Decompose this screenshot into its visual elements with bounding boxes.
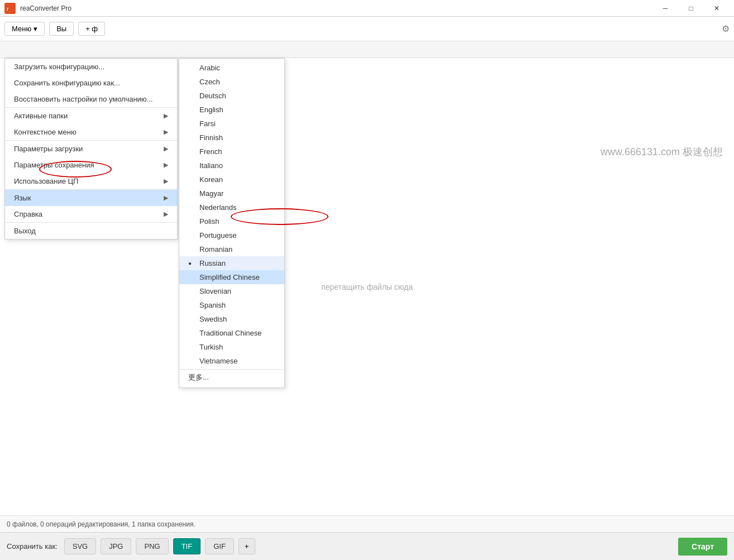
lang-item-traditional-chinese[interactable]: Traditional Chinese	[179, 326, 284, 340]
add-folder-button[interactable]: + ф	[78, 22, 105, 36]
lang-bullet-14: ●	[188, 260, 195, 266]
lang-item-nederlands[interactable]: Nederlands	[179, 200, 284, 214]
menu-load-params[interactable]: Параметры загрузки ▶	[5, 141, 177, 157]
menu-help[interactable]: Справка ▶	[5, 206, 177, 223]
lang-item-arabic[interactable]: Arabic	[179, 61, 284, 75]
arrow-icon: ▶	[164, 128, 168, 136]
lang-item-korean[interactable]: Korean	[179, 173, 284, 186]
lang-item-deutsch[interactable]: Deutsch	[179, 89, 284, 103]
menu-save-config[interactable]: Сохранить конфигурацию как...	[5, 75, 177, 91]
arrow-icon: ▶	[164, 161, 168, 169]
minimize-button[interactable]: ─	[652, 0, 678, 17]
lang-label-14: Russian	[199, 259, 226, 267]
lang-item-slovenian[interactable]: Slovenian	[179, 284, 284, 298]
settings-icon[interactable]: ⚙	[722, 23, 730, 34]
arrow-icon: ▶	[164, 112, 168, 119]
arrow-icon: ▶	[164, 178, 168, 185]
menu-context-menu[interactable]: Контекстное меню ▶	[5, 124, 177, 141]
add-folder-label: + ф	[85, 25, 98, 33]
lang-label-20: Turkish	[199, 343, 223, 351]
lang-item-portuguese[interactable]: Portuguese	[179, 228, 284, 242]
lang-label-2: Deutsch	[199, 92, 226, 100]
close-button[interactable]: ✕	[704, 0, 730, 17]
lang-label-19: Traditional Chinese	[199, 329, 262, 337]
lang-label-9: Magyar	[199, 189, 223, 198]
app-icon: r	[4, 3, 16, 14]
toolbar: Меню ▾ Вы + ф ⚙	[0, 17, 734, 41]
lang-label-12: Portuguese	[199, 231, 237, 240]
lang-item-french[interactable]: French	[179, 145, 284, 159]
arrow-icon: ▶	[164, 194, 168, 202]
menu-save-params[interactable]: Параметры сохранения ▶	[5, 157, 177, 173]
statusbar: 0 файлов, 0 операций редактирования, 1 п…	[0, 515, 734, 532]
menu-cpu-usage[interactable]: Использование ЦП ▶	[5, 173, 177, 190]
lang-item-finnish[interactable]: Finnish	[179, 131, 284, 145]
menu-language[interactable]: Язык ▶	[5, 190, 177, 206]
app-title: reaConverter Pro	[20, 4, 652, 12]
lang-label-15: Simplified Chinese	[199, 273, 260, 281]
start-button[interactable]: Старт	[678, 538, 727, 556]
lang-label-6: French	[199, 147, 222, 156]
lang-label-8: Korean	[199, 175, 223, 184]
lang-label-18: Swedish	[199, 315, 227, 323]
menu-button[interactable]: Меню ▾	[4, 22, 45, 36]
svg-text:r: r	[7, 6, 9, 12]
lang-more-button[interactable]: 更多...	[179, 369, 284, 385]
status-text: 0 файлов, 0 операций редактирования, 1 п…	[7, 520, 196, 528]
lang-item-swedish[interactable]: Swedish	[179, 312, 284, 326]
lang-label-0: Arabic	[199, 64, 220, 72]
bottombar: Сохранить как: SVG JPG PNG TIF GIF + Ста…	[0, 532, 734, 560]
lang-label-5: Finnish	[199, 133, 223, 142]
maximize-button[interactable]: □	[678, 0, 704, 17]
lang-item-english[interactable]: English	[179, 103, 284, 117]
lang-item-spanish[interactable]: Spanish	[179, 298, 284, 312]
arrow-icon: ▶	[164, 145, 168, 152]
format-jpg-button[interactable]: JPG	[101, 538, 131, 554]
lang-label-17: Spanish	[199, 301, 226, 309]
titlebar: r reaConverter Pro ─ □ ✕	[0, 0, 734, 17]
format-tif-button[interactable]: TIF	[173, 538, 201, 554]
lang-item-simplified-chinese[interactable]: Simplified Chinese	[179, 270, 284, 284]
lang-item-romanian[interactable]: Romanian	[179, 242, 284, 256]
menu-exit[interactable]: Выход	[5, 223, 177, 239]
lang-item-magyar[interactable]: Magyar	[179, 186, 284, 200]
format-gif-button[interactable]: GIF	[205, 538, 234, 554]
lang-item-czech[interactable]: Czech	[179, 75, 284, 89]
window-controls: ─ □ ✕	[652, 0, 730, 17]
lang-item-polish[interactable]: Polish	[179, 214, 284, 228]
tab-area	[0, 41, 734, 58]
lang-item-italiano[interactable]: Italiano	[179, 159, 284, 173]
lang-label-11: Polish	[199, 217, 219, 226]
lang-item-farsi[interactable]: Farsi	[179, 117, 284, 131]
lang-label-1: Czech	[199, 78, 220, 86]
lang-label-13: Romanian	[199, 245, 232, 253]
format-svg-button[interactable]: SVG	[64, 538, 96, 554]
tab1-button[interactable]: Вы	[49, 22, 74, 36]
tab1-label: Вы	[56, 25, 66, 33]
drop-hint: перетащить файлы сюда	[321, 283, 413, 291]
lang-label-21: Vietnamese	[199, 357, 237, 365]
language-submenu: ArabicCzechDeutschEnglishFarsiFinnishFre…	[179, 58, 285, 388]
format-png-button[interactable]: PNG	[136, 538, 168, 554]
menu-label: Меню	[12, 25, 31, 33]
lang-item-vietnamese[interactable]: Vietnamese	[179, 354, 284, 368]
lang-label-10: Nederlands	[199, 203, 237, 212]
lang-label-3: English	[199, 106, 223, 114]
lang-label-7: Italiano	[199, 161, 223, 170]
menu-restore-defaults[interactable]: Восстановить настройки по умолчанию...	[5, 91, 177, 108]
lang-label-4: Farsi	[199, 119, 216, 128]
menu-active-folders[interactable]: Активные папки ▶	[5, 108, 177, 124]
menu-dropdown: Загрузить конфигурацию... Сохранить конф…	[4, 58, 178, 240]
arrow-icon: ▶	[164, 210, 168, 218]
format-add-button[interactable]: +	[239, 538, 255, 554]
save-as-label: Сохранить как:	[7, 542, 58, 551]
lang-item-turkish[interactable]: Turkish	[179, 340, 284, 354]
lang-item-russian[interactable]: ●Russian	[179, 256, 284, 270]
menu-arrow-icon: ▾	[34, 25, 37, 33]
menu-load-config[interactable]: Загрузить конфигурацию...	[5, 59, 177, 75]
lang-label-16: Slovenian	[199, 287, 231, 295]
